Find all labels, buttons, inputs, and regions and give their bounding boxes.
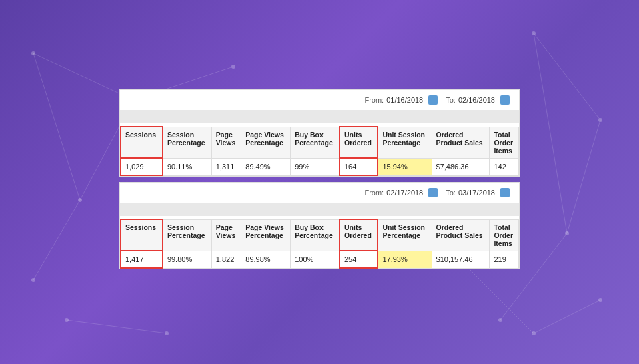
th-page-views-pct-1: Page ViewsPercentage	[241, 127, 291, 158]
svg-point-16	[231, 65, 235, 69]
from-label-1: From:	[364, 96, 384, 104]
svg-line-9	[67, 320, 167, 333]
td-ordered-product-sales-1: $7,486.36	[432, 158, 490, 175]
table-header-row-2: Sessions SessionPercentage PageViews Pag…	[121, 219, 519, 251]
td-buy-box-pct-1: 99%	[291, 158, 340, 175]
to-date-1: 02/16/2018	[458, 96, 495, 104]
to-label-2: To:	[446, 189, 456, 197]
th-sessions-1: Sessions	[121, 127, 163, 158]
th-page-views-1: PageViews	[211, 127, 241, 158]
th-buy-box-1: Buy BoxPercentage	[291, 127, 340, 158]
calendar-icon-from-1[interactable]	[428, 95, 438, 105]
calendar-icon-from-2[interactable]	[428, 188, 438, 197]
th-units-ordered-2: UnitsOrdered	[340, 219, 378, 251]
filter-bar-1	[120, 110, 519, 123]
th-total-order-items-2: TotalOrderItems	[490, 219, 519, 251]
th-sessions-2: Sessions	[121, 219, 163, 251]
svg-line-8	[534, 33, 567, 233]
data-table-1: Sessions SessionPercentage PageViews Pag…	[120, 126, 519, 176]
svg-line-3	[33, 53, 80, 200]
td-buy-box-pct-2: 100%	[291, 251, 340, 268]
to-date-2: 03/17/2018	[458, 189, 495, 197]
svg-line-0	[33, 53, 133, 100]
svg-point-15	[31, 278, 35, 282]
svg-line-5	[534, 33, 600, 120]
td-units-ordered-1: 164	[340, 158, 378, 175]
table-panel-1: From: 01/16/2018 To: 02/16/2018 Sessions…	[119, 89, 520, 177]
svg-point-24	[532, 331, 536, 335]
calendar-icon-to-2[interactable]	[500, 188, 510, 197]
svg-point-20	[498, 318, 502, 322]
svg-line-10	[467, 267, 534, 333]
table-row: 1,417 99.80% 1,822 89.98% 100% 254 17.93…	[121, 251, 519, 268]
th-units-ordered-1: UnitsOrdered	[340, 127, 378, 158]
table-panel-2: From: 02/17/2018 To: 03/17/2018 Sessions…	[119, 182, 520, 269]
th-unit-session-pct-2: Unit SessionPercentage	[378, 219, 432, 251]
th-session-pct-2: SessionPercentage	[163, 219, 211, 251]
svg-point-19	[565, 231, 569, 235]
svg-line-11	[534, 300, 600, 333]
td-session-pct-2: 99.80%	[163, 251, 211, 268]
td-total-order-items-1: 142	[490, 158, 519, 175]
th-unit-session-pct-1: Unit SessionPercentage	[378, 127, 432, 158]
table-header-row-1: Sessions SessionPercentage PageViews Pag…	[121, 127, 519, 158]
svg-point-12	[31, 51, 35, 55]
th-ordered-product-sales-1: OrderedProduct Sales	[432, 127, 490, 158]
svg-point-18	[598, 118, 602, 122]
svg-point-21	[65, 318, 69, 322]
svg-point-14	[78, 198, 82, 202]
calendar-icon-to-1[interactable]	[500, 95, 510, 105]
from-label-2: From:	[364, 189, 384, 197]
th-total-order-items-1: TotalOrderItems	[490, 127, 519, 158]
svg-point-25	[598, 298, 602, 302]
tables-container: From: 01/16/2018 To: 02/16/2018 Sessions…	[119, 89, 520, 275]
from-date-1: 01/16/2018	[386, 96, 423, 104]
svg-line-6	[567, 120, 600, 233]
td-sessions-2: 1,417	[121, 251, 163, 268]
td-units-ordered-2: 254	[340, 251, 378, 268]
th-buy-box-2: Buy BoxPercentage	[291, 219, 340, 251]
td-page-views-2: 1,822	[211, 251, 241, 268]
svg-line-2	[33, 200, 80, 280]
svg-point-17	[532, 31, 536, 35]
filter-bar-2	[120, 203, 519, 216]
th-session-pct-1: SessionPercentage	[163, 127, 211, 158]
date-header-1: From: 01/16/2018 To: 02/16/2018	[120, 90, 519, 107]
th-page-views-pct-2: Page ViewsPercentage	[241, 219, 291, 251]
from-date-2: 02/17/2018	[386, 189, 423, 197]
date-header-2: From: 02/17/2018 To: 03/17/2018	[120, 183, 519, 200]
td-session-pct-1: 90.11%	[163, 158, 211, 175]
to-label-1: To:	[446, 96, 456, 104]
td-ordered-product-sales-2: $10,157.46	[432, 251, 490, 268]
th-ordered-product-sales-2: OrderedProduct Sales	[432, 219, 490, 251]
td-unit-session-pct-1: 15.94%	[378, 158, 432, 175]
data-table-2: Sessions SessionPercentage PageViews Pag…	[120, 219, 519, 269]
svg-point-22	[165, 331, 169, 335]
td-unit-session-pct-2: 17.93%	[378, 251, 432, 268]
td-page-views-pct-1: 89.49%	[241, 158, 291, 175]
td-page-views-pct-2: 89.98%	[241, 251, 291, 268]
td-sessions-1: 1,029	[121, 158, 163, 175]
td-page-views-1: 1,311	[211, 158, 241, 175]
th-page-views-2: PageViews	[211, 219, 241, 251]
table-row: 1,029 90.11% 1,311 89.49% 99% 164 15.94%…	[121, 158, 519, 175]
td-total-order-items-2: 219	[490, 251, 519, 268]
